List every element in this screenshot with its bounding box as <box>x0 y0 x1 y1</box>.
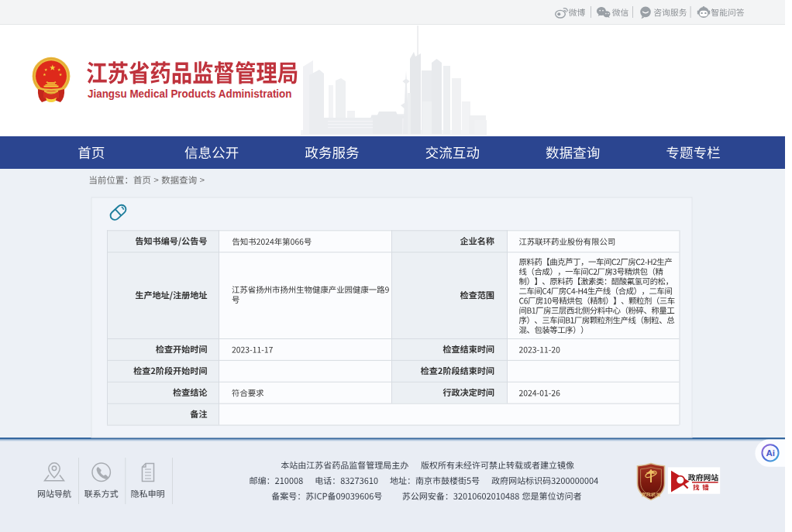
svg-text:Jiangsu Medical Products Admin: Jiangsu Medical Products Administration <box>88 88 292 100</box>
svg-text:Ai: Ai <box>766 448 776 458</box>
